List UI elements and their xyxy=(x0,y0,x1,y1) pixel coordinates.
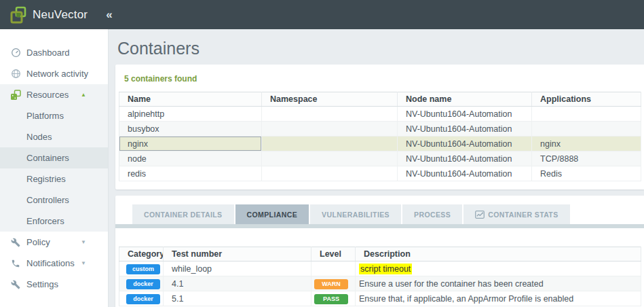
sidebar-item-label: Dashboard xyxy=(26,48,70,58)
tab-label: CONTAINER STATS xyxy=(488,211,558,219)
sidebar-item-enforcers[interactable]: Enforcers xyxy=(0,211,108,232)
cell-applications[interactable]: TCP/8888 xyxy=(532,151,641,166)
sidebar-item-notifications[interactable]: Notifications ▼ xyxy=(0,253,108,274)
table-row-busybox[interactable]: busybox NV-Ubuntu1604-Automation xyxy=(119,122,641,137)
sidebar-item-label: Enforcers xyxy=(26,216,64,226)
compliance-row-while-loop[interactable]: custom while_loop script timeout xyxy=(119,261,641,276)
sidebar-item-platforms[interactable]: Platforms xyxy=(0,105,108,126)
sidebar-item-label: Registries xyxy=(26,174,66,184)
cell-node-name[interactable]: NV-Ubuntu1604-Automation xyxy=(398,137,532,151)
gauge-icon xyxy=(10,48,21,58)
sidebar-group-resources: Resources ▲ Platforms Nodes Containers R… xyxy=(0,84,108,232)
sidebar-item-label: Controllers xyxy=(26,195,69,205)
page-title: Containers xyxy=(117,38,644,58)
cell-name[interactable]: busybox xyxy=(119,122,262,137)
column-header-applications[interactable]: Applications xyxy=(532,92,641,107)
cell-category: docker xyxy=(119,276,164,291)
cell-name[interactable]: redis xyxy=(119,166,262,181)
column-header-level[interactable]: Level xyxy=(311,247,356,261)
top-bar: NeuVector « xyxy=(0,0,644,29)
compliance-row-5-1[interactable]: docker 5.1 PASS Ensure that, if applicab… xyxy=(119,291,641,306)
table-row-nginx-selected[interactable]: nginx NV-Ubuntu1604-Automation nginx xyxy=(119,137,641,151)
sidebar-item-resources[interactable]: Resources ▲ xyxy=(0,84,108,105)
highlighted-description: script timeout xyxy=(359,264,412,274)
containers-table-header: Name Namespace Node name Applications xyxy=(119,92,641,107)
sidebar-item-label: Network activity xyxy=(26,69,88,79)
cell-name[interactable]: alpinehttp xyxy=(119,107,262,122)
sidebar-item-registries[interactable]: Registries xyxy=(0,168,108,189)
sidebar-collapse-icon[interactable]: « xyxy=(106,8,112,22)
category-badge-docker: docker xyxy=(126,279,160,289)
category-badge-custom: custom xyxy=(126,264,160,274)
main-content: Containers 5 containers found Name Names… xyxy=(109,29,644,307)
sidebar-item-controllers[interactable]: Controllers xyxy=(0,189,108,211)
cell-name-focused[interactable]: nginx xyxy=(119,137,262,151)
compliance-row-4-1[interactable]: docker 4.1 WARN Ensure a user for the co… xyxy=(119,276,641,291)
sidebar-item-network-activity[interactable]: Network activity xyxy=(0,63,108,84)
sidebar-item-dashboard[interactable]: Dashboard xyxy=(0,42,108,63)
tab-label: VULNERABILITIES xyxy=(322,211,390,219)
brand-title: NeuVector xyxy=(33,8,88,22)
sidebar-item-containers[interactable]: Containers xyxy=(0,147,108,168)
sidebar-item-policy[interactable]: Policy ▼ xyxy=(0,232,108,253)
column-header-name[interactable]: Name xyxy=(119,92,262,107)
cell-node-name[interactable]: NV-Ubuntu1604-Automation xyxy=(398,151,532,166)
tab-container-stats[interactable]: CONTAINER STATS xyxy=(463,204,569,224)
category-badge-docker: docker xyxy=(126,294,160,304)
tab-label: CONTAINER DETAILS xyxy=(144,211,223,219)
cell-namespace[interactable] xyxy=(262,166,398,181)
tab-label: COMPLIANCE xyxy=(247,211,298,219)
wrench-icon xyxy=(10,279,21,290)
container-detail-card: CONTAINER DETAILS COMPLIANCE VULNERABILI… xyxy=(115,196,644,307)
sidebar-item-settings[interactable]: Settings xyxy=(0,274,108,295)
column-header-category[interactable]: Category xyxy=(119,247,164,261)
cell-description: script timeout xyxy=(356,261,641,276)
cell-applications[interactable]: Redis xyxy=(532,166,641,181)
cell-name[interactable]: node xyxy=(119,151,262,166)
cell-category: docker xyxy=(119,291,164,306)
table-row-node[interactable]: node NV-Ubuntu1604-Automation TCP/8888 xyxy=(119,151,641,166)
tab-vulnerabilities[interactable]: VULNERABILITIES xyxy=(310,204,401,224)
cell-node-name[interactable]: NV-Ubuntu1604-Automation xyxy=(398,122,532,137)
chevron-up-icon[interactable]: ▲ xyxy=(81,92,86,98)
containers-card: 5 containers found Name Namespace Node n… xyxy=(115,65,644,189)
cell-namespace[interactable] xyxy=(262,107,398,122)
chevron-down-icon[interactable]: ▼ xyxy=(81,239,86,245)
column-header-description[interactable]: Description xyxy=(356,247,641,261)
chevron-down-icon[interactable]: ▼ xyxy=(81,260,86,266)
cell-namespace[interactable] xyxy=(262,122,398,137)
cell-test-number: while_loop xyxy=(164,261,311,276)
sidebar: Dashboard Network activity Resources ▲ P… xyxy=(0,29,109,307)
cell-node-name[interactable]: NV-Ubuntu1604-Automation xyxy=(398,107,532,122)
column-header-namespace[interactable]: Namespace xyxy=(262,92,398,107)
tab-container-details[interactable]: CONTAINER DETAILS xyxy=(132,204,234,224)
cell-namespace[interactable] xyxy=(262,137,398,151)
tab-process[interactable]: PROCESS xyxy=(402,204,462,224)
cell-applications[interactable]: nginx xyxy=(532,137,641,151)
sidebar-item-label: Resources xyxy=(26,90,69,100)
level-badge-pass: PASS xyxy=(314,294,348,304)
cell-test-number: 4.1 xyxy=(164,276,311,291)
cell-applications[interactable] xyxy=(532,122,641,137)
tab-label: PROCESS xyxy=(414,211,451,219)
tab-compliance[interactable]: COMPLIANCE xyxy=(235,204,309,224)
cell-namespace[interactable] xyxy=(262,151,398,166)
cell-level: PASS xyxy=(311,291,356,306)
cell-test-number: 5.1 xyxy=(164,291,311,306)
tab-strip-divider xyxy=(115,224,644,228)
sidebar-item-label: Platforms xyxy=(26,111,64,121)
column-header-node-name[interactable]: Node name xyxy=(398,92,532,107)
cell-applications[interactable] xyxy=(532,107,641,122)
sidebar-item-nodes[interactable]: Nodes xyxy=(0,126,108,147)
cubes-icon xyxy=(10,90,21,101)
chart-line-icon xyxy=(475,211,485,219)
column-header-test-number[interactable]: Test number xyxy=(164,247,311,261)
cell-description: Ensure that, if applicable, an AppArmor … xyxy=(356,291,641,306)
compliance-table-header: Category Test number Level Description xyxy=(119,247,641,261)
cell-description: Ensure a user for the container has been… xyxy=(356,276,641,291)
sidebar-item-label: Notifications xyxy=(26,258,75,268)
containers-table: Name Namespace Node name Applications al… xyxy=(119,92,641,181)
table-row-redis[interactable]: redis NV-Ubuntu1604-Automation Redis xyxy=(119,166,641,181)
table-row-alpinehttp[interactable]: alpinehttp NV-Ubuntu1604-Automation xyxy=(119,107,641,122)
cell-node-name[interactable]: NV-Ubuntu1604-Automation xyxy=(398,166,532,181)
